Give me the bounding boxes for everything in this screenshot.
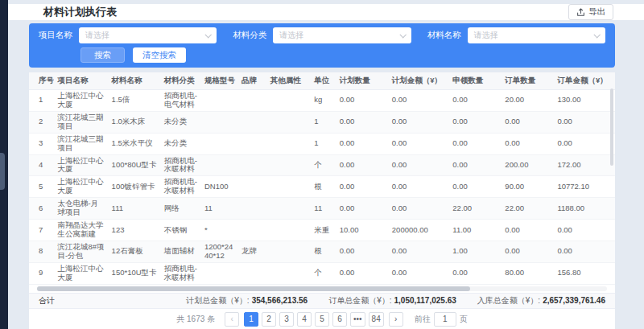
- filter-field: 材料分类请选择: [233, 27, 411, 43]
- table-cell: 0.00: [449, 133, 502, 154]
- table-cell: 招商机电-电气材料: [161, 90, 201, 112]
- table-cell: 招商机电-水暖材料: [161, 262, 201, 284]
- table-row: 9上海松江中心大厦150*10U型卡招商机电-水暖材料个0.000.000.00…: [29, 262, 615, 284]
- table-cell: 上海松江中心大厦: [54, 262, 108, 284]
- filter-select-0[interactable]: 请选择: [79, 27, 217, 43]
- filter-label: 项目名称: [39, 30, 72, 41]
- table-cell: 0.00: [389, 111, 450, 133]
- table-cell: 0.00: [389, 241, 450, 262]
- table-cell: 0.00: [336, 90, 389, 112]
- table-cell: 2: [29, 111, 54, 133]
- table-cell: 米重: [311, 220, 336, 241]
- table-cell: 0.00: [336, 198, 389, 220]
- table-cell: 0.00: [389, 133, 450, 154]
- filter-actions: 搜索 清空搜索: [80, 47, 605, 63]
- vertical-scrollbar[interactable]: [610, 88, 613, 280]
- goto-prefix-label: 前往: [415, 314, 431, 325]
- table-cell: 滨江花城三期项目: [54, 111, 108, 133]
- pagination-page-button[interactable]: 6: [332, 312, 347, 327]
- table-row: 4上海松江中心大厦100*80U型卡招商机电-水暖材料个0.000.000.00…: [29, 154, 615, 176]
- table-cell: kg: [311, 90, 336, 112]
- table-cell: 太仓电梯-月球项目: [54, 198, 108, 220]
- pagination-page-button[interactable]: 2: [262, 312, 276, 327]
- table-cell: 22.00: [502, 198, 554, 220]
- table-cell: 0.00: [389, 262, 450, 284]
- table-cell: 滨江花城三期项目: [54, 133, 108, 154]
- column-header: 品牌: [238, 72, 267, 90]
- table-cell: [238, 176, 267, 198]
- select-placeholder: 请选择: [474, 30, 498, 41]
- table-cell: 0.00: [389, 90, 450, 112]
- table-cell: 0.00: [389, 198, 450, 220]
- table-cell: 11.00: [449, 220, 502, 241]
- table-cell: 0.00: [449, 262, 502, 284]
- pagination-next-button[interactable]: ›: [389, 312, 403, 327]
- page: 材料计划执行表 导出 项目名称请选择材料分类请选择材料名称请选择 搜索 清空搜索: [0, 0, 644, 329]
- pagination-total: 共 1673 条: [176, 314, 215, 325]
- table-cell: [267, 241, 312, 262]
- table-cell: 22.00: [449, 198, 502, 220]
- table-cell: 1188.00: [554, 198, 615, 220]
- column-header: 单位: [311, 72, 336, 90]
- table-cell: 招商机电-水暖材料: [161, 176, 201, 198]
- table-cell: 0.00: [336, 262, 389, 284]
- column-header: 材料分类: [161, 72, 201, 90]
- filter-select-2[interactable]: 请选择: [468, 27, 605, 43]
- table-cell: 0.00: [502, 220, 554, 241]
- table-cell: 156.80: [554, 262, 615, 284]
- summary-item: 计划总金额（¥）:354,566,213.56: [186, 295, 308, 306]
- pagination-page-button[interactable]: 3: [279, 312, 294, 327]
- table-cell: [267, 90, 312, 112]
- export-button[interactable]: 导出: [568, 4, 613, 20]
- summary-label: 合计: [39, 295, 55, 306]
- summary-item-value: 354,566,213.56: [252, 296, 308, 305]
- table-cell: 龙牌: [238, 241, 267, 262]
- table-cell: 200000.00: [389, 220, 450, 241]
- pagination-ellipsis[interactable]: •••: [350, 312, 365, 327]
- horizontal-scrollbar[interactable]: [37, 286, 607, 291]
- table-cell: 1: [29, 90, 54, 112]
- summary-item: 订单总金额（¥）:1,050,117,025.63: [328, 295, 456, 306]
- table-cell: 0.00: [449, 176, 502, 198]
- pagination-page-button[interactable]: 5: [315, 312, 329, 327]
- table-cell: 7: [29, 220, 54, 241]
- table-cell: 0.00: [554, 220, 615, 241]
- table-cell: 0.00: [336, 154, 389, 176]
- table-cell: [201, 262, 238, 284]
- table-cell: [267, 176, 312, 198]
- clear-search-button[interactable]: 清空搜索: [133, 47, 186, 63]
- table-cell: 0.00: [554, 133, 615, 154]
- page-jump-input[interactable]: [434, 312, 456, 327]
- table-cell: [238, 154, 267, 176]
- summary-row: 合计 计划总金额（¥）:354,566,213.56订单总金额（¥）:1,050…: [29, 293, 615, 309]
- table-cell: 1.5米水平仪: [109, 133, 161, 154]
- column-header: 订单金额（¥）: [554, 72, 615, 90]
- pagination-page-button[interactable]: 4: [297, 312, 312, 327]
- table-cell: 9: [29, 262, 54, 284]
- filter-select-1[interactable]: 请选择: [273, 27, 411, 43]
- table-cell: 上海松江中心大厦: [54, 176, 108, 198]
- pagination-page-button[interactable]: 1: [244, 312, 258, 327]
- column-header: 申领数量: [449, 72, 502, 90]
- sidebar-toggle-handle[interactable]: [0, 153, 5, 190]
- table-cell: [267, 133, 312, 154]
- horizontal-scrollbar-thumb[interactable]: [37, 286, 470, 291]
- table-cell: 12石膏板: [109, 241, 161, 262]
- table-cell: 100镀锌管卡: [109, 176, 161, 198]
- table-row: 7南翔晶达大学生公寓新建123不锈钢*米重10.00200000.0011.00…: [29, 220, 615, 241]
- table-cell: [201, 154, 238, 176]
- collapsed-sidebar[interactable]: [0, 0, 8, 329]
- table-cell: 网络: [161, 198, 201, 220]
- vertical-scrollbar-thumb[interactable]: [610, 88, 613, 166]
- pagination-prev-button[interactable]: ‹: [225, 312, 239, 327]
- filter-label: 材料名称: [427, 30, 461, 41]
- table-cell: 0.00: [449, 90, 502, 112]
- table-cell: 172.00: [554, 154, 615, 176]
- table-cell: 招商机电-水暖材料: [161, 154, 201, 176]
- pagination-page-button[interactable]: 84: [369, 312, 384, 327]
- table-cell: 8: [29, 241, 54, 262]
- summary-item-label: 订单总金额（¥）:: [328, 295, 391, 306]
- table-cell: 0.00: [554, 111, 615, 133]
- table-header-row: 序号项目名称材料名称材料分类规格型号品牌其他属性单位计划数量计划金额（¥）申领数…: [29, 72, 615, 90]
- search-button[interactable]: 搜索: [80, 47, 125, 63]
